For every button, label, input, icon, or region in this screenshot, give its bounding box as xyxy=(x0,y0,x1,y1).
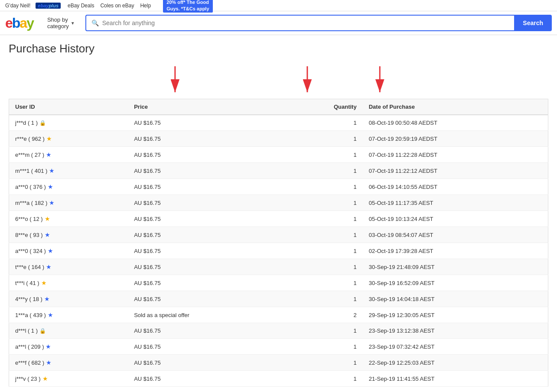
cell-userid: e***f ( 682 )★ xyxy=(9,355,128,371)
user-cell: e***f ( 682 )★ xyxy=(15,359,122,366)
table-row: 1***a ( 439 )★Sold as a special offer229… xyxy=(9,307,548,323)
user-cell: 4***y ( 18 )★ xyxy=(15,295,122,302)
cell-userid: t***e ( 164 )★ xyxy=(9,259,128,275)
table-body: j***d ( 1 )🔒AU $16.75108-Oct-19 00:50:48… xyxy=(9,115,548,387)
table-row: m***a ( 182 )★AU $16.75105-Oct-19 11:17:… xyxy=(9,195,548,211)
greeting-text[interactable]: G'day Neil! xyxy=(5,3,30,9)
cell-date: 30-Sep-19 21:48:09 AEST xyxy=(363,259,548,275)
cell-date: 03-Oct-19 08:54:07 AEST xyxy=(363,227,548,243)
ebay-logo-text: ebay xyxy=(5,15,33,31)
star-blue-icon: ★ xyxy=(48,311,53,318)
page-content: Purchase History User ID Price Quantity … xyxy=(0,35,557,392)
user-cell: a***l ( 209 )★ xyxy=(15,343,122,350)
cell-price: AU $16.75 xyxy=(128,275,283,291)
cell-qty: 1 xyxy=(283,355,363,371)
user-id-text[interactable]: a***l ( 209 ) xyxy=(15,343,44,350)
user-id-text[interactable]: d***l ( 1 ) xyxy=(15,327,38,334)
cell-price: AU $16.75 xyxy=(128,259,283,275)
cell-price: AU $16.75 xyxy=(128,131,283,147)
star-blue-icon: ★ xyxy=(45,231,50,238)
col-price: Price xyxy=(128,99,283,115)
cell-date: 08-Oct-19 00:50:48 AEDST xyxy=(363,115,548,131)
cell-qty: 1 xyxy=(283,163,363,179)
cell-qty: 1 xyxy=(283,227,363,243)
user-id-text[interactable]: m***a ( 182 ) xyxy=(15,200,47,206)
cell-userid: 4***y ( 18 )★ xyxy=(9,291,128,307)
table-header-row: User ID Price Quantity Date of Purchase xyxy=(9,99,548,115)
cell-userid: j***d ( 1 )🔒 xyxy=(9,115,128,131)
star-blue-icon: ★ xyxy=(48,247,53,254)
table-row: j***d ( 1 )🔒AU $16.75108-Oct-19 00:50:48… xyxy=(9,115,548,131)
user-id-text[interactable]: 1***a ( 439 ) xyxy=(15,312,46,318)
cell-qty: 1 xyxy=(283,339,363,355)
user-cell: j***v ( 23 )★ xyxy=(15,375,122,382)
cell-userid: 8***e ( 93 )★ xyxy=(9,227,128,243)
ebay-plus-badge[interactable]: ebayplus xyxy=(36,3,61,9)
lock-icon: 🔒 xyxy=(39,328,46,334)
cell-qty: 1 xyxy=(283,179,363,195)
ebay-plus-text: ebay xyxy=(38,3,49,8)
cell-date: 30-Sep-19 14:04:18 AEST xyxy=(363,291,548,307)
star-blue-icon: ★ xyxy=(46,151,52,158)
user-id-text[interactable]: 4***y ( 18 ) xyxy=(15,296,42,302)
cell-qty: 2 xyxy=(283,307,363,323)
user-cell: d***l ( 1 )🔒 xyxy=(15,327,122,334)
user-cell: a***0 ( 376 )★ xyxy=(15,183,122,190)
user-id-text[interactable]: e***m ( 27 ) xyxy=(15,152,44,158)
col-date: Date of Purchase xyxy=(363,99,548,115)
cell-date: 23-Sep-19 13:12:38 AEST xyxy=(363,323,548,339)
cell-userid: m***1 ( 401 )★ xyxy=(9,163,128,179)
table-row: 4***y ( 18 )★AU $16.75130-Sep-19 14:04:1… xyxy=(9,291,548,307)
lock-icon: 🔒 xyxy=(39,120,46,126)
user-id-text[interactable]: j***d ( 1 ) xyxy=(15,120,38,126)
user-id-text[interactable]: e***f ( 682 ) xyxy=(15,360,44,366)
nav-ebay-deals[interactable]: eBay Deals xyxy=(68,3,94,9)
cell-date: 05-Oct-19 10:13:24 AEST xyxy=(363,211,548,227)
col-userid: User ID xyxy=(9,99,128,115)
cell-qty: 1 xyxy=(283,131,363,147)
user-id-text[interactable]: r***e ( 962 ) xyxy=(15,136,45,142)
shop-by-category[interactable]: Shop bycategory ▼ xyxy=(44,16,78,29)
cell-qty: 1 xyxy=(283,291,363,307)
user-id-text[interactable]: m***1 ( 401 ) xyxy=(15,168,47,174)
cell-date: 06-Oct-19 14:10:55 AEDST xyxy=(363,179,548,195)
cell-date: 07-Oct-19 11:22:28 AEDST xyxy=(363,147,548,163)
cell-price: AU $16.75 xyxy=(128,211,283,227)
cell-date: 21-Sep-19 11:41:55 AEST xyxy=(363,371,548,387)
table-row: e***f ( 682 )★AU $16.75122-Sep-19 12:25:… xyxy=(9,355,548,371)
search-input[interactable] xyxy=(102,19,509,26)
cell-userid: 1***a ( 439 )★ xyxy=(9,307,128,323)
table-row: t***i ( 41 )★AU $16.75130-Sep-19 16:52:0… xyxy=(9,275,548,291)
cell-qty: 1 xyxy=(283,243,363,259)
user-id-text[interactable]: 6***o ( 12 ) xyxy=(15,216,43,222)
cell-userid: a***0 ( 376 )★ xyxy=(9,179,128,195)
user-id-text[interactable]: 8***e ( 93 ) xyxy=(15,232,43,238)
nav-coles[interactable]: Coles on eBay xyxy=(100,3,134,9)
star-yellow-icon: ★ xyxy=(42,375,48,382)
nav-help[interactable]: Help xyxy=(140,3,151,9)
search-button[interactable]: Search xyxy=(514,15,552,31)
cell-price: AU $16.75 xyxy=(128,163,283,179)
table-row: t***e ( 164 )★AU $16.75130-Sep-19 21:48:… xyxy=(9,259,548,275)
user-id-text[interactable]: a***0 ( 324 ) xyxy=(15,248,46,254)
user-cell: 6***o ( 12 )★ xyxy=(15,215,122,222)
cell-price: AU $16.75 xyxy=(128,371,283,387)
user-id-text[interactable]: t***i ( 41 ) xyxy=(15,280,39,286)
logo-y: y xyxy=(26,15,33,31)
cell-userid: m***a ( 182 )★ xyxy=(9,195,128,211)
star-blue-icon: ★ xyxy=(46,343,51,350)
table-row: 6***o ( 12 )★AU $16.75105-Oct-19 10:13:2… xyxy=(9,211,548,227)
user-id-text[interactable]: a***0 ( 376 ) xyxy=(15,184,46,190)
table-row: j***v ( 23 )★AU $16.75121-Sep-19 11:41:5… xyxy=(9,371,548,387)
cell-qty: 1 xyxy=(283,211,363,227)
cell-date: 02-Oct-19 17:39:28 AEST xyxy=(363,243,548,259)
star-yellow-icon: ★ xyxy=(45,215,50,222)
user-id-text[interactable]: t***e ( 164 ) xyxy=(15,264,44,270)
user-id-text[interactable]: j***v ( 23 ) xyxy=(15,376,41,382)
cell-date: 07-Oct-19 11:22:12 AEDST xyxy=(363,163,548,179)
cell-date: 23-Sep-19 07:32:42 AEST xyxy=(363,339,548,355)
cell-userid: e***m ( 27 )★ xyxy=(9,147,128,163)
table-header: User ID Price Quantity Date of Purchase xyxy=(9,99,548,115)
cell-date: 05-Oct-19 11:17:35 AEST xyxy=(363,195,548,211)
ebay-logo[interactable]: ebay xyxy=(5,15,37,31)
